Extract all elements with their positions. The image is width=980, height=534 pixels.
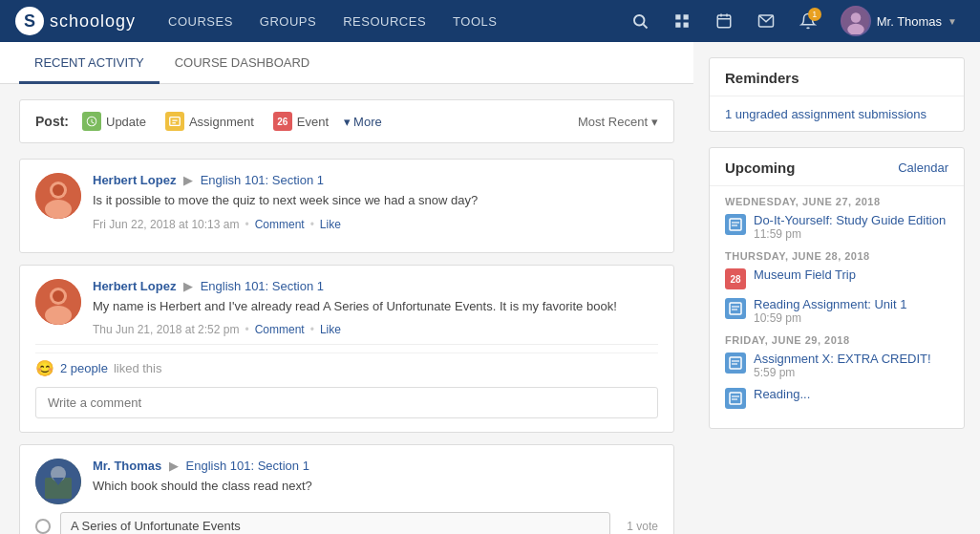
svg-rect-3 — [683, 14, 688, 19]
upcoming-item-title-fri-2[interactable]: Reading... — [754, 387, 948, 401]
upcoming-item-title-thu-1[interactable]: Museum Field Trip — [754, 267, 948, 282]
avatar-thomas — [35, 459, 81, 504]
user-name: Mr. Thomas — [877, 14, 942, 29]
assignment-icon — [165, 112, 184, 131]
search-icon[interactable] — [623, 4, 657, 38]
upcoming-item-content-fri-1: Assignment X: EXTRA CREDIT! 5:59 pm — [754, 352, 948, 379]
poll-option-1: A Series of Unfortunate Events 1 vote — [35, 512, 658, 534]
nav-icons: 1 Mr. Thomas ▼ — [623, 4, 965, 38]
upcoming-item-fri-2: Reading... — [725, 387, 948, 409]
comment-link-2[interactable]: Comment — [255, 323, 305, 336]
sort-button[interactable]: Most Recent ▾ — [578, 115, 658, 129]
user-menu[interactable]: Mr. Thomas ▼ — [833, 6, 965, 36]
upcoming-item-title-thu-2[interactable]: Reading Assignment: Unit 1 — [754, 297, 948, 311]
avatar-herbert-1 — [35, 173, 81, 219]
svg-rect-38 — [730, 393, 741, 404]
nav-tools[interactable]: TOOLS — [439, 0, 510, 42]
likes-count-2[interactable]: 2 people — [60, 361, 108, 375]
upcoming-date-wed: WEDNESDAY, JUNE 27, 2018 — [725, 196, 948, 207]
like-link-1[interactable]: Like — [320, 218, 341, 231]
calendar-icon[interactable] — [707, 4, 741, 38]
update-icon — [82, 112, 101, 131]
upcoming-item-fri-1: Assignment X: EXTRA CREDIT! 5:59 pm — [725, 352, 948, 379]
nav-links: COURSES GROUPS RESOURCES TOOLS — [155, 0, 623, 42]
reminders-body: 1 ungraded assignment submissions — [710, 96, 964, 131]
avatar-img-1 — [35, 173, 81, 219]
arrow-icon-1: ▶ — [183, 173, 193, 187]
comment-link-1[interactable]: Comment — [255, 218, 305, 231]
poll-votes-1: 1 vote — [620, 520, 658, 533]
more-button[interactable]: ▾ More — [344, 115, 382, 129]
svg-rect-32 — [730, 303, 741, 314]
card-footer-2: Thu Jun 21, 2018 at 2:52 pm • Comment • … — [93, 323, 658, 336]
avatar-herbert-2 — [35, 279, 81, 325]
likes-row-2: 😊 2 people liked this — [35, 352, 658, 377]
poll-radio-1[interactable] — [35, 519, 51, 534]
course-2[interactable]: English 101: Section 1 — [201, 279, 324, 293]
assign-icon-thu-2 — [725, 298, 746, 319]
sort-label: Most Recent — [578, 115, 648, 129]
reminders-header: Reminders — [710, 58, 964, 96]
nav-resources[interactable]: RESOURCES — [330, 0, 439, 42]
upcoming-group-wed: WEDNESDAY, JUNE 27, 2018 Do-It-Yourself:… — [725, 196, 948, 241]
arrow-icon-2: ▶ — [183, 279, 193, 293]
likes-suffix-2: liked this — [114, 361, 162, 375]
svg-rect-2 — [675, 14, 680, 19]
upcoming-item-wed-1: Do-It-Yourself: Study Guide Edition 11:5… — [725, 213, 948, 241]
upcoming-item-title-wed-1[interactable]: Do-It-Yourself: Study Guide Edition — [754, 213, 948, 227]
upcoming-date-fri: FRIDAY, JUNE 29, 2018 — [725, 334, 948, 346]
avatar-img-2 — [35, 279, 81, 325]
update-button[interactable]: Update — [78, 110, 150, 133]
nav-groups[interactable]: GROUPS — [246, 0, 330, 42]
author-line-2: Herbert Lopez ▶ English 101: Section 1 — [93, 279, 658, 293]
bell-icon[interactable]: 1 — [791, 4, 825, 38]
activity-card-2: Herbert Lopez ▶ English 101: Section 1 M… — [19, 265, 674, 434]
upcoming-item-content-wed-1: Do-It-Yourself: Study Guide Edition 11:5… — [754, 213, 948, 241]
post-label: Post: — [35, 114, 69, 129]
tab-recent-activity[interactable]: RECENT ACTIVITY — [19, 42, 160, 84]
upcoming-item-title-fri-1[interactable]: Assignment X: EXTRA CREDIT! — [754, 352, 948, 366]
more-arrow-icon: ▾ — [344, 115, 351, 129]
assignment-label: Assignment — [189, 115, 254, 129]
card-header-3: Mr. Thomas ▶ English 101: Section 1 Whic… — [35, 459, 658, 504]
post-body-1: Is it possible to move the quiz to next … — [93, 191, 658, 210]
calendar-link[interactable]: Calendar — [898, 160, 948, 175]
svg-line-1 — [643, 24, 647, 28]
author-2[interactable]: Herbert Lopez — [93, 279, 176, 293]
like-link-2[interactable]: Like — [320, 323, 341, 336]
svg-point-0 — [634, 15, 645, 26]
update-label: Update — [106, 115, 146, 129]
svg-rect-5 — [683, 23, 688, 28]
svg-rect-29 — [730, 219, 741, 230]
course-1[interactable]: English 101: Section 1 — [201, 173, 324, 187]
post-body-3: Which book should the class read next? — [93, 477, 658, 496]
upcoming-item-content-thu-2: Reading Assignment: Unit 1 10:59 pm — [754, 297, 948, 325]
svg-point-24 — [53, 290, 64, 302]
sort-chevron-icon: ▾ — [651, 115, 658, 129]
upcoming-item-time-fri-1: 5:59 pm — [754, 366, 948, 379]
event-button[interactable]: 26 Event — [269, 110, 332, 133]
card-meta-3: Mr. Thomas ▶ English 101: Section 1 Whic… — [93, 459, 658, 503]
tab-course-dashboard[interactable]: COURSE DASHBOARD — [160, 42, 326, 84]
card-footer-1: Fri Jun 22, 2018 at 10:13 am • Comment •… — [93, 218, 658, 231]
author-line-1: Herbert Lopez ▶ English 101: Section 1 — [93, 173, 658, 187]
timestamp-1: Fri Jun 22, 2018 at 10:13 am — [93, 218, 239, 231]
svg-rect-6 — [717, 15, 731, 28]
author-1[interactable]: Herbert Lopez — [93, 173, 176, 187]
reminders-link[interactable]: 1 ungraded assignment submissions — [725, 107, 927, 121]
mail-icon[interactable] — [749, 4, 783, 38]
upcoming-header: Upcoming Calendar — [710, 148, 964, 186]
grid-icon[interactable] — [665, 4, 699, 38]
nav-courses[interactable]: COURSES — [155, 0, 246, 42]
upcoming-date-thu: THURSDAY, JUNE 28, 2018 — [725, 250, 948, 262]
comment-input-2[interactable] — [35, 387, 658, 418]
logo[interactable]: S schoology — [15, 7, 136, 35]
course-3[interactable]: English 101: Section 1 — [186, 459, 309, 473]
upcoming-body: WEDNESDAY, JUNE 27, 2018 Do-It-Yourself:… — [710, 186, 964, 428]
assignment-button[interactable]: Assignment — [161, 110, 258, 133]
upcoming-item-content-thu-1: Museum Field Trip — [754, 267, 948, 282]
upcoming-group-fri: FRIDAY, JUNE 29, 2018 Assignment X: EXTR… — [725, 334, 948, 409]
upcoming-title: Upcoming — [725, 160, 795, 176]
brand-name: schoology — [50, 11, 136, 32]
author-3[interactable]: Mr. Thomas — [93, 459, 161, 473]
